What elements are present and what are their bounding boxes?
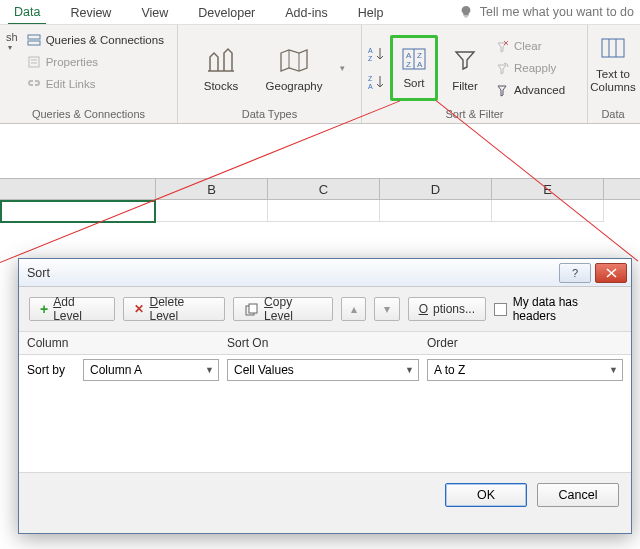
lightbulb-icon (458, 4, 474, 20)
text-to-columns-button[interactable]: Text to Columns (590, 29, 635, 97)
queries-connections-button[interactable]: Queries & Connections (24, 29, 166, 51)
sort-on-select[interactable]: Cell Values▼ (227, 359, 419, 381)
col-header-a[interactable] (0, 179, 156, 199)
ribbon: sh ▾ Queries & Connections Properties Ed… (0, 24, 640, 124)
filter-icon (449, 44, 481, 76)
copy-level-button[interactable]: Copy Level (233, 297, 334, 321)
column-headers: B C D E (0, 178, 640, 200)
sort-grid-header: Column Sort On Order (19, 331, 631, 355)
advanced-icon (494, 82, 510, 98)
ribbon-tabs: Data Review View Developer Add-ins Help … (0, 0, 640, 24)
chevron-down-icon: ▼ (205, 365, 214, 375)
sort-by-select[interactable]: Column A▼ (83, 359, 219, 381)
group-label-qc: Queries & Connections (6, 106, 171, 123)
x-icon: ✕ (134, 302, 144, 316)
queries-icon (26, 32, 42, 48)
sort-dialog: Sort ? +Add Level ✕Delete Level Copy Lev… (18, 258, 632, 534)
group-queries-connections: sh ▾ Queries & Connections Properties Ed… (0, 25, 178, 123)
properties-icon (26, 54, 42, 70)
geography-button[interactable]: Geography (257, 34, 331, 102)
plus-icon: + (40, 301, 48, 317)
group-label-dt: Data Types (184, 106, 355, 123)
sort-icon: AZZA (401, 47, 427, 73)
svg-text:A: A (406, 51, 412, 60)
ok-button[interactable]: OK (445, 483, 527, 507)
clear-icon (494, 38, 510, 54)
filter-button[interactable]: Filter (444, 37, 486, 99)
move-up-button[interactable]: ▴ (341, 297, 366, 321)
links-icon (26, 76, 42, 92)
sort-asc-icon[interactable]: AZ (368, 46, 384, 62)
stocks-label: Stocks (204, 80, 239, 92)
reapply-button[interactable]: Reapply (492, 57, 567, 79)
svg-rect-17 (602, 39, 624, 57)
svg-text:A: A (368, 47, 373, 54)
tab-help[interactable]: Help (352, 2, 390, 24)
add-level-button[interactable]: +Add Level (29, 297, 115, 321)
chevron-up-icon: ▴ (351, 302, 357, 316)
svg-rect-1 (28, 41, 40, 45)
sort-on-value: Cell Values (234, 363, 294, 377)
svg-text:A: A (417, 60, 423, 69)
sort-grid-body: Sort by Column A▼ Cell Values▼ A to Z▼ (19, 355, 631, 473)
tell-me-label: Tell me what you want to do (480, 5, 634, 19)
headers-checkbox-row[interactable]: My data has headers (494, 295, 621, 323)
svg-rect-2 (29, 57, 39, 67)
headers-checkbox[interactable] (494, 303, 507, 316)
tab-addins[interactable]: Add-ins (279, 2, 333, 24)
hdr-order: Order (419, 332, 631, 354)
order-value: A to Z (434, 363, 465, 377)
advanced-label: Advanced (514, 84, 565, 96)
copy-icon (244, 301, 259, 317)
dialog-toolbar: +Add Level ✕Delete Level Copy Level ▴ ▾ … (19, 287, 631, 331)
clear-button[interactable]: Clear (492, 35, 567, 57)
tell-me[interactable]: Tell me what you want to do (452, 0, 640, 24)
advanced-button[interactable]: Advanced (492, 79, 567, 101)
filter-label: Filter (452, 80, 478, 92)
svg-text:Z: Z (417, 51, 422, 60)
move-down-button[interactable]: ▾ (374, 297, 399, 321)
properties-button[interactable]: Properties (24, 51, 166, 73)
edit-links-label: Edit Links (46, 78, 96, 90)
help-button[interactable]: ? (559, 263, 591, 283)
tab-data[interactable]: Data (8, 1, 46, 25)
hdr-sort-on: Sort On (219, 332, 419, 354)
clear-label: Clear (514, 40, 541, 52)
sort-desc-icon[interactable]: ZA (368, 74, 384, 90)
group-data-types: Stocks Geography ▾ Data Types (178, 25, 362, 123)
group-label-sf: Sort & Filter (368, 106, 581, 123)
col-header-c[interactable]: C (268, 179, 380, 199)
sort-button-highlight: AZZA Sort (390, 35, 438, 101)
col-header-d[interactable]: D (380, 179, 492, 199)
text-to-columns-label: Text to Columns (590, 68, 635, 93)
dialog-titlebar[interactable]: Sort ? (19, 259, 631, 287)
svg-text:Z: Z (368, 75, 373, 82)
tab-view[interactable]: View (135, 2, 174, 24)
refresh-all-button[interactable]: sh ▾ (6, 31, 18, 52)
svg-text:Z: Z (368, 55, 373, 62)
close-button[interactable] (595, 263, 627, 283)
chevron-down-icon: ▼ (405, 365, 414, 375)
group-label-tools: Data (594, 106, 632, 123)
data-types-expand-icon[interactable]: ▾ (337, 63, 348, 73)
cancel-button[interactable]: Cancel (537, 483, 619, 507)
geography-label: Geography (266, 80, 323, 92)
sort-by-label: Sort by (27, 359, 79, 381)
options-button[interactable]: Options... (408, 297, 486, 321)
hdr-column: Column (19, 332, 219, 354)
order-select[interactable]: A to Z▼ (427, 359, 623, 381)
reapply-icon (494, 60, 510, 76)
edit-links-button[interactable]: Edit Links (24, 73, 166, 95)
delete-level-button[interactable]: ✕Delete Level (123, 297, 224, 321)
sort-button[interactable]: AZZA Sort (394, 39, 434, 97)
stocks-button[interactable]: Stocks (191, 34, 251, 102)
active-cell[interactable] (0, 200, 156, 223)
tab-developer[interactable]: Developer (192, 2, 261, 24)
dialog-title: Sort (27, 266, 50, 280)
col-header-b[interactable]: B (156, 179, 268, 199)
dialog-footer: OK Cancel (19, 473, 631, 517)
tab-review[interactable]: Review (64, 2, 117, 24)
reapply-label: Reapply (514, 62, 556, 74)
stocks-icon (205, 44, 237, 76)
sort-by-value: Column A (90, 363, 142, 377)
